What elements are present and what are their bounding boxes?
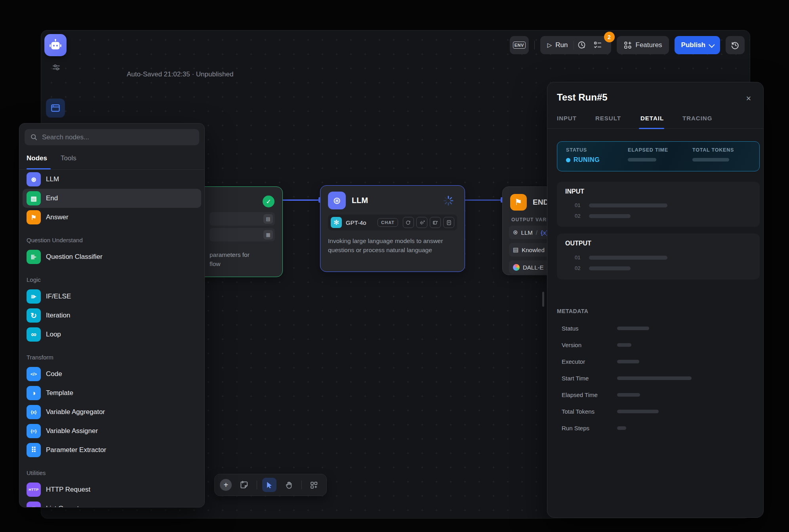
group-header: Question Understand	[19, 227, 204, 247]
metadata-row: Run Steps	[562, 420, 752, 436]
end-flag-icon: ⚑	[510, 194, 527, 211]
llm-brain-icon: ⊛	[27, 172, 41, 186]
metadata-row: Executor	[562, 353, 752, 370]
add-node-button[interactable]: +	[220, 479, 232, 491]
node-item-http-request[interactable]: HTTP HTTP Request	[19, 480, 204, 499]
tab-result[interactable]: RESULT	[595, 115, 621, 122]
group-header: Logic	[19, 266, 204, 287]
pointer-tool-button[interactable]	[262, 478, 276, 492]
end-node-title: END	[533, 198, 549, 207]
node-item-end[interactable]: ▤ End	[23, 189, 201, 208]
features-button-label: Features	[636, 41, 662, 49]
version-history-button[interactable]	[726, 36, 745, 54]
hand-tool-button[interactable]	[282, 478, 296, 492]
node-item-label: Variable Aggregator	[46, 408, 105, 416]
skeleton-bar	[617, 410, 659, 413]
skeleton-bar	[617, 327, 649, 330]
env-button[interactable]: ENV	[510, 36, 529, 54]
metadata-row: Start Time	[562, 370, 752, 386]
vision-capability-icon	[403, 217, 414, 228]
branch-icon: ⋔	[27, 289, 41, 304]
features-button[interactable]: Features	[617, 36, 669, 54]
model-selector[interactable]: ✻ GPT-4o CHAT	[328, 215, 457, 230]
checklist-count-badge: 2	[604, 32, 615, 42]
start-node-field[interactable]: ▤	[210, 212, 275, 226]
node-item-loop[interactable]: ∞ Loop	[19, 325, 204, 344]
metadata-row: Elapsed Time	[562, 386, 752, 403]
node-item-iteration[interactable]: ↻ Iteration	[19, 306, 204, 325]
node-item-template[interactable]: ◑ Template	[19, 384, 204, 403]
organize-nodes-button[interactable]	[307, 478, 321, 492]
skeleton-bar	[589, 214, 631, 218]
skeleton-bar	[617, 376, 692, 380]
panel-resize-handle[interactable]	[542, 292, 544, 307]
skeleton-bar	[692, 158, 729, 162]
start-node-description: parameters for flow	[210, 250, 250, 268]
loop-icon: ∞	[27, 327, 41, 342]
tab-input[interactable]: INPUT	[557, 115, 577, 122]
metadata-label: Run Steps	[562, 425, 617, 431]
node-item-parameter-extractor[interactable]: ⠿ Parameter Extractor	[19, 441, 204, 460]
divider	[301, 481, 302, 489]
publish-button[interactable]: Publish	[675, 36, 720, 54]
run-panel-tabs: INPUT RESULT DETAIL TRACING	[547, 114, 763, 129]
test-run-panel: Test Run#5 × INPUT RESULT DETAIL TRACING…	[547, 82, 764, 518]
row-number: 02	[575, 265, 580, 271]
node-item-variable-assigner[interactable]: {=} Variable Assigner	[19, 422, 204, 441]
running-dot-icon	[566, 158, 570, 162]
metadata-label: Total Tokens	[562, 408, 617, 415]
add-note-button[interactable]	[237, 478, 252, 492]
workflow-settings-icon[interactable]	[51, 63, 61, 72]
node-item-label: LLM	[46, 175, 59, 183]
topbar-actions: ENV ▷ Run	[510, 36, 745, 54]
metadata-title: METADATA	[557, 308, 588, 314]
success-check-icon: ✓	[263, 196, 274, 207]
close-icon[interactable]: ×	[743, 93, 755, 104]
divider	[534, 41, 535, 49]
tab-tracing[interactable]: TRACING	[682, 115, 712, 122]
input-card: INPUT 01 02	[557, 182, 760, 227]
metadata-label: Status	[562, 325, 617, 332]
node-item-answer[interactable]: ⚑ Answer	[19, 208, 204, 227]
llm-mini-icon: ⊛	[513, 229, 518, 236]
variable-source: DALL-E	[523, 264, 544, 271]
node-item-label: End	[46, 194, 58, 202]
llm-node[interactable]: ⊛ LLM ✻ GPT-4o CHAT	[320, 185, 465, 272]
loading-spinner-icon	[443, 196, 454, 206]
search-icon	[30, 133, 38, 141]
list-operator-icon: ≡	[27, 502, 41, 507]
variable-assigner-icon: {=}	[27, 424, 41, 438]
metadata-row: Status	[562, 320, 752, 336]
canvas-toolbar: +	[214, 474, 327, 496]
search-placeholder: Search nodes...	[42, 133, 89, 141]
features-icon	[623, 41, 632, 49]
run-history-icon[interactable]	[574, 37, 590, 53]
run-button[interactable]: ▷ Run	[546, 41, 574, 49]
checklist-icon[interactable]	[590, 37, 606, 53]
window-icon	[50, 103, 61, 113]
node-item-label: Answer	[46, 213, 69, 221]
start-node-field[interactable]: ▦	[210, 228, 275, 241]
tab-tools[interactable]: Tools	[61, 154, 76, 162]
openai-icon: ✻	[331, 217, 342, 228]
tab-detail[interactable]: DETAIL	[640, 115, 664, 122]
screen: Auto-Saved 21:02:35 · Unpublished ENV ▷ …	[0, 0, 789, 532]
skeleton-bar	[617, 426, 626, 430]
node-item-llm[interactable]: ⊛ LLM	[19, 170, 204, 189]
status-value: RUNING	[574, 156, 600, 163]
node-item-if-else[interactable]: ⋔ IF/ELSE	[19, 287, 204, 306]
node-item-question-classifier[interactable]: ⊪ Question Classifier	[19, 247, 204, 266]
test-run-title: Test Run#5	[557, 92, 608, 103]
end-book-icon: ▤	[27, 191, 41, 205]
tab-nodes[interactable]: Nodes	[27, 154, 47, 162]
llm-node-description: Invoking large language models to answer…	[328, 236, 459, 255]
metadata-label: Version	[562, 342, 617, 348]
node-item-code[interactable]: </> Code	[19, 365, 204, 384]
panel-toggle-button[interactable]	[46, 99, 65, 118]
llm-brain-icon: ⊛	[328, 192, 346, 209]
node-item-variable-aggregator[interactable]: {x} Variable Aggregator	[19, 403, 204, 422]
active-tab-underline	[27, 168, 51, 169]
search-input[interactable]: Search nodes...	[25, 129, 199, 145]
app-logo[interactable]	[44, 34, 67, 56]
node-item-list-operator[interactable]: ≡ List Operator	[19, 499, 204, 507]
